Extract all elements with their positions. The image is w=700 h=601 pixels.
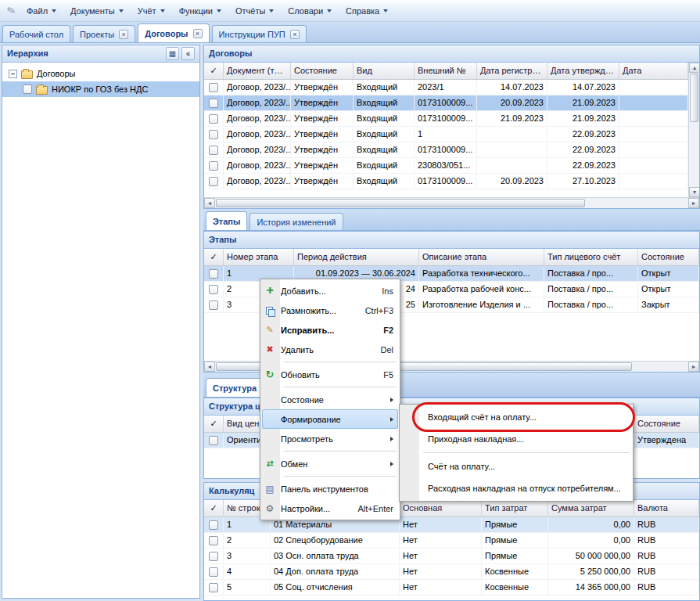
tab-instructions[interactable]: Инструкции ПУП — [212, 25, 307, 42]
row-checkbox[interactable] — [209, 269, 218, 279]
menu-item-settings[interactable]: Настройки... Alt+Enter — [262, 498, 398, 518]
menubar-item-documents[interactable]: Документы — [64, 3, 130, 19]
column-header-check[interactable]: ✓ — [204, 416, 224, 432]
menu-item-edit[interactable]: Исправить... F2 — [262, 320, 398, 340]
contract-row[interactable]: Договор, 2023/... Утверждён Входящий 1 2… — [204, 127, 699, 142]
row-checkbox[interactable] — [209, 285, 218, 294]
menu-item-exchange[interactable]: Обмен — [262, 454, 398, 473]
row-checkbox[interactable] — [209, 552, 218, 561]
menubar-item-reports[interactable]: Отчёты — [229, 3, 280, 19]
scroll-right-icon[interactable] — [688, 362, 699, 372]
row-checkbox[interactable] — [209, 300, 218, 310]
scroll-right-icon[interactable] — [688, 198, 699, 208]
row-checkbox[interactable] — [209, 436, 218, 445]
calc-row[interactable]: 4 04 Доп. оплата труда Нет Косвенные 5 2… — [204, 564, 699, 580]
collapse-panel-icon[interactable] — [181, 47, 195, 60]
tab-contracts[interactable]: Договоры — [138, 23, 209, 42]
menu-item-toolbar[interactable]: Панель инструментов — [262, 479, 398, 498]
column-header-date[interactable]: Дата — [619, 63, 688, 79]
scrollbar-thumb[interactable] — [690, 74, 698, 122]
row-checkbox[interactable] — [209, 114, 218, 124]
column-header-check[interactable]: ✓ — [204, 63, 224, 79]
contract-row[interactable]: Договор, 2023/... Утверждён Входящий 230… — [204, 158, 699, 174]
column-header-state[interactable]: Состояние — [291, 63, 354, 79]
hierarchy-options-icon[interactable] — [166, 47, 179, 60]
row-checkbox[interactable] — [209, 520, 218, 530]
row-checkbox[interactable] — [209, 130, 218, 139]
submenu-item-payment-invoice[interactable]: Счёт на оплату... — [401, 455, 631, 477]
tab-stages[interactable]: Этапы — [206, 211, 247, 230]
column-header-state[interactable]: Состояние — [638, 249, 699, 265]
tab-desktop[interactable]: Рабочий стол — [2, 25, 70, 42]
menu-item-state[interactable]: Состояние — [262, 390, 398, 409]
menubar-item-help[interactable]: Справка — [339, 3, 394, 19]
contract-row[interactable]: Договор, 2023/... Утверждён Входящий 017… — [204, 95, 699, 111]
column-header-document[interactable]: Документ (тип, № — [224, 63, 291, 79]
column-header-state[interactable]: Состояние — [634, 416, 699, 432]
contract-row[interactable]: Договор, 2023/... Утверждён Входящий 017… — [204, 142, 699, 158]
menu-item-delete[interactable]: Удалить Del — [262, 340, 398, 359]
menubar-item-dictionaries[interactable]: Словари — [282, 3, 338, 19]
row-checkbox[interactable] — [209, 83, 218, 92]
row-checkbox[interactable] — [209, 567, 218, 577]
column-header-account-type[interactable]: Тип лицевого счёт — [544, 249, 638, 265]
calc-row[interactable]: 5 05 Соц. отчисления Нет Косвенные 14 36… — [204, 580, 699, 596]
submenu-item-issue-note[interactable]: Расходная накладная на отпуск потребител… — [401, 477, 631, 499]
scroll-down-icon[interactable] — [689, 187, 700, 197]
menu-item-duplicate[interactable]: Размножить... Ctrl+F3 — [262, 300, 398, 320]
vertical-scrollbar[interactable] — [688, 63, 699, 197]
column-header-kind[interactable]: Вид — [354, 63, 415, 79]
row-checkbox[interactable] — [209, 99, 218, 108]
menubar-item-file[interactable]: Файл — [20, 3, 63, 19]
close-icon[interactable] — [290, 30, 300, 39]
submenu-item-incoming-invoice[interactable]: Входящий счёт на оплату... — [401, 406, 631, 428]
row-checkbox[interactable] — [209, 536, 218, 545]
tree-item-contracts[interactable]: Договоры — [2, 66, 199, 81]
scroll-left-icon[interactable] — [204, 198, 215, 208]
scroll-up-icon[interactable] — [689, 63, 700, 73]
column-header-currency[interactable]: Валюта — [634, 500, 699, 516]
close-icon[interactable] — [193, 29, 203, 38]
column-header-cost-type[interactable]: Тип затрат — [482, 500, 548, 516]
submenu-item-receipt-note[interactable]: Приходная накладная... — [401, 428, 631, 450]
calc-row[interactable]: 3 03 Осн. оплата труда Нет Прямые 50 000… — [204, 549, 699, 564]
row-checkbox[interactable] — [209, 583, 218, 592]
close-icon[interactable] — [119, 30, 128, 39]
calc-row[interactable]: 2 02 Спецоборудование Нет Прямые 0,00 RU… — [204, 533, 699, 549]
column-header-external-number[interactable]: Внешний № — [415, 63, 477, 79]
menu-item-generate[interactable]: Формирование — [262, 409, 398, 429]
row-checkbox[interactable] — [209, 177, 218, 186]
column-header-registration-date[interactable]: Дата регистрации — [477, 63, 547, 79]
contract-row[interactable]: Договор, 2023/... Утверждён Входящий 017… — [204, 111, 699, 127]
menu-item-add[interactable]: Добавить... Ins — [262, 281, 398, 300]
cell-kind: Входящий — [354, 127, 415, 142]
menubar: Файл Документы Учёт Функции Отчёты Слова… — [0, 0, 700, 22]
menubar-item-functions[interactable]: Функции — [173, 3, 228, 19]
tab-change-history[interactable]: История изменений — [249, 213, 343, 230]
tab-structure[interactable]: Структура — [206, 378, 264, 397]
menu-item-refresh[interactable]: Обновить F5 — [262, 365, 398, 384]
tree-item-niokr[interactable]: НИОКР по ГОЗ без НДС — [2, 81, 199, 97]
blank-icon — [263, 413, 277, 426]
cell-state: Утверждён — [291, 142, 354, 157]
row-checkbox[interactable] — [209, 161, 218, 171]
column-header-approval-date[interactable]: Дата утверждения — [547, 63, 619, 79]
tree-checkbox[interactable] — [23, 85, 32, 94]
column-header-main[interactable]: Основная — [400, 500, 482, 516]
collapse-node-icon[interactable] — [9, 70, 17, 78]
row-checkbox[interactable] — [209, 146, 218, 155]
column-header-stage-number[interactable]: Номер этапа — [224, 249, 294, 265]
contract-row[interactable]: Договор, 2023/... Утверждён Входящий 017… — [204, 174, 699, 189]
menu-item-view[interactable]: Просмотреть — [262, 429, 398, 448]
contract-row[interactable]: Договор, 2023/... Утверждён Входящий 202… — [204, 80, 699, 95]
column-header-check[interactable]: ✓ — [204, 249, 224, 265]
menubar-item-accounting[interactable]: Учёт — [131, 3, 171, 19]
column-header-check[interactable]: ✓ — [204, 500, 224, 516]
scrollbar-thumb[interactable] — [216, 199, 585, 207]
scroll-left-icon[interactable] — [204, 362, 215, 372]
horizontal-scrollbar[interactable] — [204, 197, 699, 208]
column-header-period[interactable]: Период действия — [294, 249, 419, 265]
tab-projects[interactable]: Проекты — [73, 25, 135, 42]
column-header-description[interactable]: Описание этапа — [419, 249, 544, 265]
column-header-cost-sum[interactable]: Сумма затрат — [548, 500, 634, 516]
